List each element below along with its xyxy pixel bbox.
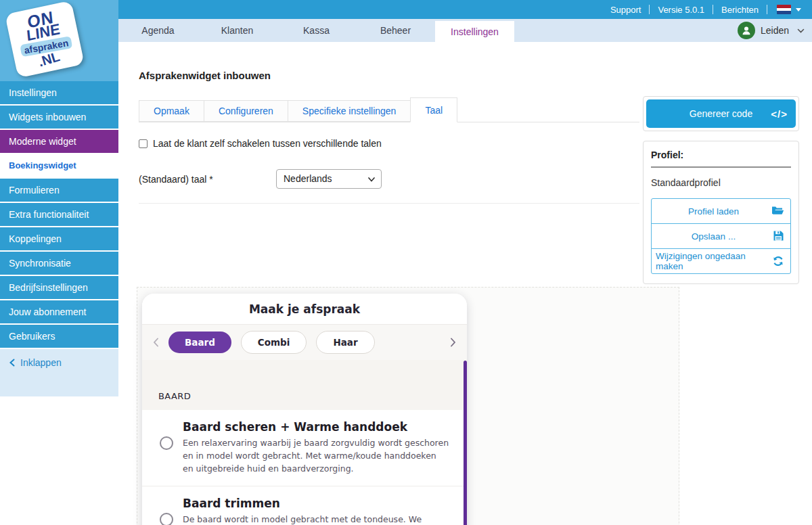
default-language-select[interactable]: Nederlands — [276, 169, 382, 189]
chevron-down-icon — [367, 175, 376, 183]
chevron-right-icon — [450, 338, 456, 347]
sidebar-item-synchronisatie[interactable]: Synchronisatie — [0, 252, 118, 275]
logo-area: ON LINE afspraken .NL — [0, 0, 118, 81]
settings-tabs: Opmaak Configureren Specifieke instellin… — [139, 97, 639, 122]
profile-card: Profiel: Standaardprofiel Profiel laden … — [643, 141, 799, 284]
avatar — [738, 22, 755, 39]
default-language-label: (Standaard) taal * — [139, 174, 276, 185]
sidebar-item-extra-functionaliteit[interactable]: Extra functionaliteit — [0, 203, 118, 226]
folder-open-icon — [771, 205, 784, 216]
app-window: Support Versie 5.0.1 Berichten Agenda Kl… — [0, 0, 812, 525]
sidebar-item-moderne-widget[interactable]: Moderne widget — [0, 130, 118, 153]
undo-changes-label: Wijzigingen ongedaan maken — [656, 251, 771, 271]
default-language-row: (Standaard) taal * Nederlands — [139, 169, 382, 189]
undo-changes-button[interactable]: Wijzigingen ongedaan maken — [651, 248, 791, 274]
service-name: Baard scheren + Warme handdoek — [183, 420, 449, 434]
language-selector[interactable] — [767, 5, 804, 14]
sidebar: Instellingen Widgets inbouwen Moderne wi… — [0, 81, 118, 396]
form-divider — [139, 203, 639, 204]
page-title: Afsprakenwidget inbouwen — [139, 70, 271, 81]
tab-specifieke-instellingen[interactable]: Specifieke instellingen — [288, 100, 411, 122]
service-item-baard-scheren[interactable]: Baard scheren + Warme handdoek Een relax… — [142, 410, 467, 486]
nav-item-instellingen[interactable]: Instellingen — [435, 21, 514, 42]
save-profile-label: Opslaan ... — [692, 231, 736, 242]
chevron-down-icon — [796, 26, 805, 35]
profile-divider — [651, 166, 791, 168]
language-switch-label: Laat de klant zelf schakelen tussen vers… — [153, 138, 382, 149]
chevron-down-icon — [796, 8, 801, 12]
messages-link[interactable]: Berichten — [713, 5, 767, 15]
radio-button[interactable] — [160, 513, 173, 525]
nav-item-agenda[interactable]: Agenda — [118, 19, 198, 42]
nav-item-klanten[interactable]: Klanten — [198, 19, 277, 42]
save-profile-button[interactable]: Opslaan ... — [651, 223, 791, 249]
radio-button[interactable] — [160, 436, 173, 450]
user-name: Leiden — [761, 25, 789, 36]
service-name: Baard trimmen — [183, 497, 449, 510]
profile-actions: Profiel laden Opslaan ... Wijzig — [651, 198, 791, 274]
nav-item-beheer[interactable]: Beheer — [356, 19, 435, 42]
sidebar-item-koppelingen[interactable]: Koppelingen — [0, 227, 118, 250]
topbar: Support Versie 5.0.1 Berichten — [0, 0, 812, 19]
profile-current-value: Standaardprofiel — [651, 177, 791, 188]
category-combi[interactable]: Combi — [241, 331, 307, 354]
category-pills: Baard Combi Haar — [142, 325, 467, 360]
sidebar-item-formulieren[interactable]: Formulieren — [0, 179, 118, 202]
generate-code-card: Genereer code </> — [643, 96, 799, 131]
person-icon — [741, 25, 752, 36]
nav-item-kassa[interactable]: Kassa — [277, 19, 356, 42]
sidebar-item-gebruikers[interactable]: Gebruikers — [0, 325, 118, 348]
widget-scrollbar[interactable] — [464, 361, 467, 525]
sidebar-item-widgets-inbouwen[interactable]: Widgets inbouwen — [0, 106, 118, 129]
sidebar-item-instellingen[interactable]: Instellingen — [0, 81, 118, 104]
tab-taal[interactable]: Taal — [410, 97, 457, 122]
sidebar-item-boekingswidget[interactable]: Boekingswidget — [0, 154, 118, 177]
save-icon — [773, 230, 784, 242]
nl-flag-icon — [777, 5, 791, 14]
main-nav: Agenda Klanten Kassa Beheer Instellingen… — [0, 19, 812, 42]
sidebar-footer: Inklappen — [0, 349, 118, 396]
selected-language: Nederlands — [284, 173, 332, 184]
sidebar-item-bedrijfsinstellingen[interactable]: Bedrijfsinstellingen — [0, 276, 118, 299]
support-link[interactable]: Support — [602, 5, 650, 15]
collapse-label: Inklappen — [20, 357, 62, 368]
language-switch-row: Laat de klant zelf schakelen tussen vers… — [139, 138, 382, 149]
generate-code-label: Genereer code — [690, 108, 752, 119]
profile-title: Profiel: — [651, 150, 791, 160]
service-list: BAARD Baard scheren + Warme handdoek Een… — [142, 360, 467, 525]
code-icon: </> — [771, 108, 788, 120]
refresh-icon — [772, 255, 784, 267]
tab-configureren[interactable]: Configureren — [204, 100, 288, 122]
tab-opmaak[interactable]: Opmaak — [139, 100, 204, 122]
category-haar[interactable]: Haar — [316, 331, 374, 354]
onlineafspraken-logo[interactable]: ON LINE afspraken .NL — [5, 1, 85, 78]
generate-code-button[interactable]: Genereer code </> — [646, 99, 796, 128]
sidebar-item-jouw-abonnement[interactable]: Jouw abonnement — [0, 300, 118, 323]
version-label: Versie 5.0.1 — [650, 5, 713, 15]
service-description: Een relaxervaring waarbij je baard zorgv… — [183, 437, 449, 475]
widget-title: Maak je afspraak — [142, 294, 467, 325]
load-profile-button[interactable]: Profiel laden — [651, 198, 791, 224]
service-description: De baard wordt in model gebracht met de … — [183, 513, 449, 525]
section-header: BAARD — [142, 360, 467, 410]
load-profile-label: Profiel laden — [688, 206, 739, 216]
service-item-baard-trimmen[interactable]: Baard trimmen De baard wordt in model ge… — [142, 486, 467, 525]
booking-widget-preview: Maak je afspraak Baard Combi Haar BAARD — [142, 294, 467, 525]
scroll-right-button[interactable] — [450, 338, 456, 347]
chevron-left-icon — [9, 359, 16, 367]
chevron-left-icon — [153, 338, 159, 347]
user-menu[interactable]: Leiden — [738, 20, 807, 41]
category-baard[interactable]: Baard — [168, 332, 231, 353]
scroll-left-button[interactable] — [153, 338, 159, 347]
language-switch-checkbox[interactable] — [139, 139, 148, 148]
collapse-sidebar-button[interactable]: Inklappen — [9, 357, 110, 368]
